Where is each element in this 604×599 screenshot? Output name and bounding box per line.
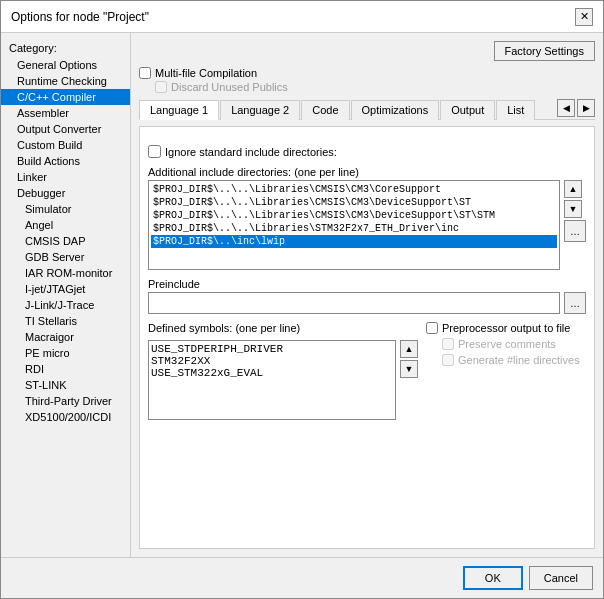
tab-next-button[interactable]: ▶ — [577, 99, 595, 117]
include-scroll-up[interactable]: ▲ — [564, 180, 582, 198]
sidebar-item-debugger[interactable]: Debugger — [1, 185, 130, 201]
sidebar-item-output-converter[interactable]: Output Converter — [1, 121, 130, 137]
include-dirs-section: Additional include directories: (one per… — [148, 166, 586, 270]
sidebar-item-runtime-checking[interactable]: Runtime Checking — [1, 73, 130, 89]
preinclude-row: … — [148, 292, 586, 314]
discard-unused-publics-label: Discard Unused Publics — [139, 81, 595, 93]
cancel-button[interactable]: Cancel — [529, 566, 593, 590]
defined-area: Defined symbols: (one per line) ▲ ▼ — [148, 322, 586, 540]
multifile-compilation-label[interactable]: Multi-file Compilation — [139, 67, 595, 79]
include-scroll-down[interactable]: ▼ — [564, 200, 582, 218]
sidebar-item-jlink-jtrace[interactable]: J-Link/J-Trace — [1, 297, 130, 313]
include-dirs-textarea[interactable]: $PROJ_DIR$\..\..\Libraries\CMSIS\CM3\Cor… — [148, 180, 560, 270]
sidebar-item-third-party-driver[interactable]: Third-Party Driver — [1, 393, 130, 409]
sidebar-item-custom-build[interactable]: Custom Build — [1, 137, 130, 153]
preinclude-browse-button[interactable]: … — [564, 292, 586, 314]
category-label: Category: — [1, 39, 130, 57]
tab-language1[interactable]: Language 1 — [139, 100, 219, 120]
ignore-row: Ignore standard include directories: — [148, 145, 586, 158]
defined-symbols-textarea[interactable] — [148, 340, 396, 420]
sidebar-item-iar-rom-monitor[interactable]: IAR ROM-monitor — [1, 265, 130, 281]
title-bar: Options for node "Project" ✕ — [1, 1, 603, 33]
ok-button[interactable]: OK — [463, 566, 523, 590]
tab-content: Ignore standard include directories: Add… — [139, 126, 595, 549]
preserve-comments-checkbox — [442, 338, 454, 350]
sidebar-item-xd5100[interactable]: XD5100/200/ICDI — [1, 409, 130, 425]
defined-scroll-down[interactable]: ▼ — [400, 360, 418, 378]
defined-left: Defined symbols: (one per line) ▲ ▼ — [148, 322, 418, 420]
ignore-include-checkbox[interactable] — [148, 145, 161, 158]
sidebar-item-build-actions[interactable]: Build Actions — [1, 153, 130, 169]
preprocessor-output-label[interactable]: Preprocessor output to file — [426, 322, 586, 334]
main-content: Factory Settings Multi-file Compilation … — [131, 33, 603, 557]
options-dialog: Options for node "Project" ✕ Category: G… — [0, 0, 604, 599]
tab-optimizations[interactable]: Optimizations — [351, 100, 440, 120]
include-browse-button[interactable]: … — [564, 220, 586, 242]
sidebar-item-cpp-compiler[interactable]: C/C++ Compiler — [1, 89, 130, 105]
tab-list[interactable]: List — [496, 100, 535, 120]
tab-output[interactable]: Output — [440, 100, 495, 120]
sidebar-item-simulator[interactable]: Simulator — [1, 201, 130, 217]
dialog-body: Category: General OptionsRuntime Checkin… — [1, 33, 603, 557]
dialog-title: Options for node "Project" — [11, 10, 149, 24]
sidebar-item-ijet-jtagjet[interactable]: I-jet/JTAGjet — [1, 281, 130, 297]
include-scroll-buttons: ▲ ▼ … — [564, 180, 586, 242]
footer: OK Cancel — [1, 557, 603, 598]
generate-directives-label: Generate #line directives — [426, 354, 586, 366]
defined-scroll-up[interactable]: ▲ — [400, 340, 418, 358]
defined-symbols-label: Defined symbols: (one per line) — [148, 322, 418, 334]
preinclude-label: Preinclude — [148, 278, 586, 290]
sidebar-item-assembler[interactable]: Assembler — [1, 105, 130, 121]
close-button[interactable]: ✕ — [575, 8, 593, 26]
preinclude-input[interactable] — [148, 292, 560, 314]
top-checkboxes: Multi-file Compilation Discard Unused Pu… — [139, 67, 595, 93]
tab-language2[interactable]: Language 2 — [220, 100, 300, 120]
sidebar-item-cmsis-dap[interactable]: CMSIS DAP — [1, 233, 130, 249]
defined-scroll-buttons: ▲ ▼ — [400, 340, 418, 420]
tab-prev-button[interactable]: ◀ — [557, 99, 575, 117]
sidebar-item-pe-micro[interactable]: PE micro — [1, 345, 130, 361]
include-dirs-row: $PROJ_DIR$\..\..\Libraries\CMSIS\CM3\Cor… — [148, 180, 586, 270]
preserve-comments-label: Preserve comments — [426, 338, 586, 350]
tab-code[interactable]: Code — [301, 100, 349, 120]
sidebar-item-linker[interactable]: Linker — [1, 169, 130, 185]
ignore-label: Ignore standard include directories: — [165, 146, 337, 158]
sidebar-item-gdb-server[interactable]: GDB Server — [1, 249, 130, 265]
generate-directives-checkbox — [442, 354, 454, 366]
preinclude-section: Preinclude … — [148, 278, 586, 314]
factory-settings-row: Factory Settings — [139, 41, 595, 61]
sidebar: Category: General OptionsRuntime Checkin… — [1, 33, 131, 557]
include-dirs-label: Additional include directories: (one per… — [148, 166, 586, 178]
sidebar-item-angel[interactable]: Angel — [1, 217, 130, 233]
factory-settings-button[interactable]: Factory Settings — [494, 41, 595, 61]
sidebar-item-macraigor[interactable]: Macraigor — [1, 329, 130, 345]
tabs-bar: Language 1Language 2CodeOptimizationsOut… — [139, 99, 595, 120]
defined-right: Preprocessor output to file Preserve com… — [426, 322, 586, 366]
multifile-compilation-checkbox[interactable] — [139, 67, 151, 79]
preprocessor-output-checkbox[interactable] — [426, 322, 438, 334]
sidebar-item-rdi[interactable]: RDI — [1, 361, 130, 377]
discard-unused-publics-checkbox — [155, 81, 167, 93]
sidebar-item-ti-stellaris[interactable]: TI Stellaris — [1, 313, 130, 329]
tab-nav: ◀ ▶ — [557, 99, 595, 119]
defined-symbols-row: ▲ ▼ — [148, 340, 418, 420]
sidebar-item-st-link[interactable]: ST-LINK — [1, 377, 130, 393]
sidebar-item-general-options[interactable]: General Options — [1, 57, 130, 73]
